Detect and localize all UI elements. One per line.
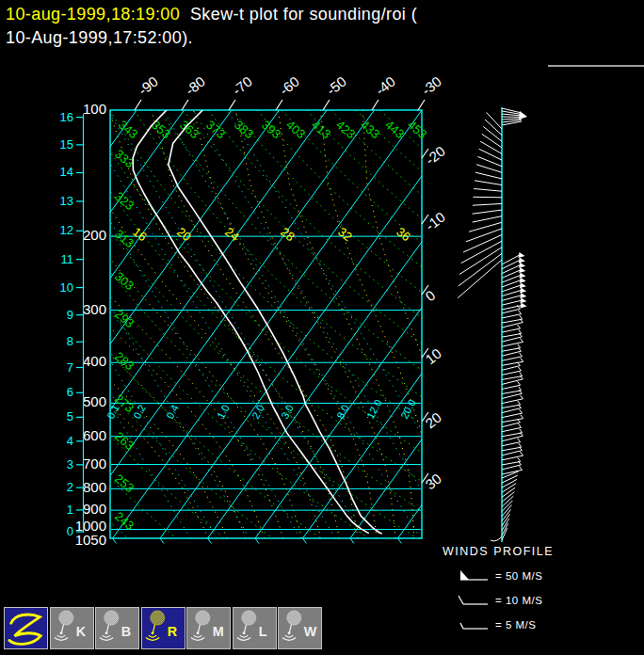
height-label: 2 [67,480,73,494]
wind-legend-label: = 5 M/S [495,619,536,631]
dry-adiabats [0,110,644,538]
wind-legend-label: = 50 M/S [495,570,542,582]
temp-label-right: -10 [422,209,448,234]
moist-adiabat-label: 36 [394,225,413,245]
dry-adiabat-label: 283 [112,349,137,373]
height-label: 15 [60,137,73,152]
toolbar-button-letter: W [304,624,317,639]
wind-legend-label: = 10 M/S [495,595,542,606]
dry-adiabat-label: 253 [112,471,137,495]
dry-adiabat-label: 363 [177,118,201,141]
toolbar-button-letter: M [213,624,224,639]
dry-adiabat-label: 443 [382,118,407,141]
balloon-icon: K [51,608,93,648]
temp-label-right: 20 [422,409,444,432]
toolbar-button-r[interactable]: R [141,607,185,649]
isotherm-bottom-ticks [112,538,401,544]
temp-label-top: -80 [182,73,208,99]
mixing-ratio-label: 1.0 [215,403,232,421]
pressure-label: 1050 [75,532,106,548]
height-label: 12 [60,223,73,237]
dry-adiabat-label: 383 [232,118,256,141]
height-label: 11 [61,252,74,266]
wind-legend-row-5: = 5 M/S [458,617,536,632]
dry-adiabat-label: 263 [112,429,137,453]
balloon-icon: B [96,608,138,648]
moist-adiabat-label: 28 [278,225,298,245]
right-temp-labels: -20-100102030 [422,143,448,493]
balloon-icon: W [279,608,321,648]
temp-label-top: -50 [323,73,349,99]
dry-adiabat-label: 373 [203,118,228,141]
toolbar-button-l[interactable]: L [233,607,277,649]
pressure-label: 700 [83,455,106,471]
temp-label-right: -20 [422,143,448,168]
mixing-ratio-label: 0.4 [164,403,181,421]
pressure-label: 200 [83,227,106,243]
temp-label-top: -60 [276,73,302,99]
mixing-ratio-labels: 0.10.20.41.02.03.08.012.020.0 [105,397,418,421]
wind-profile [458,107,527,542]
pressure-label: 600 [83,427,106,443]
pressure-label: 100 [83,101,106,117]
height-label: 13 [60,194,73,208]
temp-label-right: 30 [422,471,444,493]
winds-profile-title: WINDS PROFILE [443,545,554,558]
app-window: { "window": {"width": 684, "height": 696… [0,0,644,655]
temperature-trace [169,110,381,534]
wind-legend-row-10: = 10 M/S [458,593,542,608]
toolbar-button-letter: L [259,624,267,639]
wind-flag-50-icon [458,568,490,583]
height-label: 7 [67,360,73,375]
temp-label-top: -30 [418,73,444,99]
temp-label-top: -90 [135,73,161,99]
dry-adiabat-labels: 3433533633733833934034134234334434533333… [112,118,429,533]
height-label: 6 [67,385,73,399]
temp-label-right: 0 [422,287,438,305]
height-label: 3 [67,457,73,471]
dry-adiabat-label: 453 [405,118,429,141]
pressure-label: 1000 [75,518,106,534]
toolbar: KBRMLW [0,607,324,650]
pressure-labels: 10020030040050060070080090010001050 [75,101,106,548]
height-axis: 161514131211109876543210 [60,110,84,538]
wind-half-barb-5-icon [458,617,490,632]
isotherms [0,110,644,538]
toolbar-button-letter: R [168,624,178,639]
pressure-label: 500 [83,393,106,409]
toolbar-button-m[interactable]: M [186,607,231,649]
temp-label-top: -40 [372,73,398,99]
pressure-label: 300 [83,301,106,317]
toolbar-button-w[interactable]: W [278,607,322,649]
mixing-ratio-label: 12.0 [364,397,384,421]
height-label: 4 [67,434,73,448]
dry-adiabat-label: 403 [283,118,308,141]
height-label: 14 [60,165,73,179]
dewpoint-trace [133,110,368,533]
wind-full-barb-10-icon [458,593,490,608]
pressure-label: 800 [83,479,106,495]
wind-legend-row-50: = 50 M/S [458,568,542,583]
moist-adiabat-label: 32 [335,225,355,245]
height-label: 5 [67,409,73,423]
height-label: 10 [60,280,73,295]
mixing-ratio-label: 3.0 [279,403,296,421]
toolbar-button-zeus[interactable] [4,607,48,649]
dry-adiabat-label: 343 [116,118,140,141]
height-label: 0 [67,524,73,538]
toolbar-button-k[interactable]: K [50,607,94,649]
height-label: 9 [67,308,73,322]
toolbar-button-letter: B [121,624,131,639]
mixing-ratio-label: 8.0 [334,403,351,421]
dry-adiabat-label: 413 [309,118,333,141]
pressure-label: 400 [83,353,106,369]
dry-adiabat-label: 393 [259,118,283,141]
pressure-label: 900 [83,501,106,517]
balloon-icon: M [187,608,230,648]
temp-label-right: 10 [422,345,444,368]
dry-adiabat-label: 433 [358,118,382,141]
toolbar-button-b[interactable]: B [95,607,139,649]
mixing-ratio-label: 2.0 [250,403,266,421]
balloon-icon: R [142,608,185,648]
dry-adiabat-label: 323 [112,189,137,213]
